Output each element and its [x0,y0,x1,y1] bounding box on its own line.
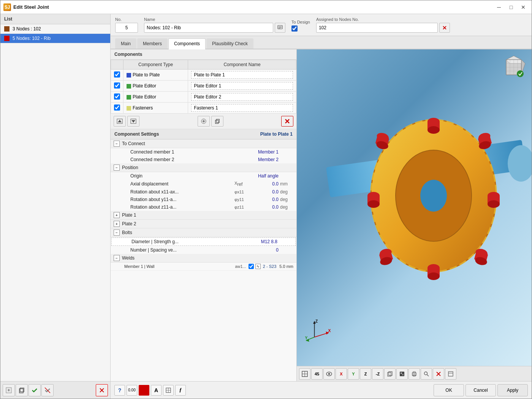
setting-origin[interactable]: Origin Half angle [111,172,296,180]
view-btn-x[interactable]: X [336,368,347,380]
svg-text:Z: Z [315,319,318,323]
grid-button[interactable] [163,385,174,396]
text-button[interactable]: A [151,385,162,396]
setting-rotation-y[interactable]: Rotation about y11-a... φy11 0.0 deg [111,196,296,203]
edit-name-button[interactable] [275,23,285,33]
svg-point-46 [420,180,447,212]
formula-button[interactable]: ƒ [175,385,186,396]
view-btn-negz[interactable]: -Z [372,368,383,380]
setting-rotation-x[interactable]: Rotation about x11-ax... φx11 0.0 deg [111,188,296,196]
app-icon: SJ [3,3,11,11]
move-up-button[interactable] [114,116,126,127]
minimize-button[interactable]: ─ [494,3,504,11]
list-item[interactable]: 3 Nodes : 102 [0,24,110,34]
assigned-input[interactable] [316,23,438,33]
move-down-button[interactable] [127,116,139,127]
view-btn-search[interactable] [421,368,432,380]
comp-name-cell-4 [188,103,296,114]
toggle-position[interactable]: − [114,165,120,171]
rotation-z-unit: deg [280,204,293,210]
titlebar: SJ Edit Steel Joint ─ □ ✕ [0,0,532,14]
tab-components[interactable]: Components [168,38,206,49]
group-plate2[interactable]: + Plate 2 [111,220,296,228]
view-btn-copy[interactable] [384,368,396,380]
weld-check[interactable] [249,264,254,269]
comp-color-2 [127,84,131,89]
component-row-2[interactable]: Plate Editor [111,81,296,92]
toggle-bolts[interactable]: − [114,230,120,236]
comp-check-2[interactable] [114,82,120,89]
comp-type-2: Plate Editor [124,81,188,92]
units-button[interactable]: 0.00 [127,385,137,396]
setting-diameter[interactable]: Diameter | Strength g... M12 8.8 [111,238,296,246]
view-btn-new[interactable] [445,368,456,380]
to-design-group: To Design [291,20,310,33]
view-btn-grid[interactable] [299,368,310,380]
list-header: List [0,14,110,24]
tab-main[interactable]: Main [115,38,136,49]
name-input[interactable] [144,23,273,33]
setting-number[interactable]: Number | Spacing ve... 0 [111,246,296,254]
component-row-1[interactable]: Plate to Plate [111,70,296,81]
group-plate1[interactable]: + Plate 1 [111,211,296,220]
view-btn-print[interactable] [408,368,420,380]
setting-connected-2[interactable]: Connected member 2 Member 2 [111,156,296,163]
view-btn-render[interactable] [396,368,408,380]
clear-assigned-button[interactable] [439,23,450,33]
comp-check-4[interactable] [114,104,120,111]
color-button[interactable] [139,385,149,396]
tab-plausibility[interactable]: Plausibility Check [206,38,253,49]
toggle-plate2[interactable]: + [114,221,120,227]
svg-point-50 [428,126,440,134]
view-btn-45[interactable]: 45 [311,368,323,380]
setting-axial-displacement[interactable]: Axial displacement Xref 0.0 mm [111,180,296,188]
group-bolts[interactable]: − Bolts [111,228,296,237]
comp-name-input-4[interactable] [191,104,293,112]
component-row-4[interactable]: Fasteners [111,103,296,114]
tab-members[interactable]: Members [137,38,168,49]
check-col-header [111,60,124,70]
setting-connected-1[interactable]: Connected member 1 Member 1 [111,148,296,156]
toggle-welds[interactable]: − [114,255,120,261]
item-color-1 [4,26,10,32]
ok-button[interactable]: OK [434,384,464,396]
item-color-2 [4,36,10,41]
left-panel-toolbar: + [0,381,110,399]
group-position[interactable]: − Position [111,163,296,172]
help-button[interactable]: ? [114,385,125,396]
copy-component-button[interactable] [211,116,223,127]
no-input[interactable] [115,23,138,33]
comp-name-input-3[interactable] [191,93,293,101]
comp-check-3[interactable] [114,93,120,100]
comp-name-input-2[interactable] [191,82,293,90]
add-component-button[interactable] [198,116,210,127]
setting-rotation-z[interactable]: Rotation about z11-a... φz11 0.0 deg [111,203,296,211]
group-welds[interactable]: − Welds [111,254,296,263]
component-row-3[interactable]: Plate Editor [111,92,296,103]
comp-check-1[interactable] [114,71,120,78]
number-value: 0 [250,247,280,253]
uncheck-button[interactable] [41,384,54,396]
close-button[interactable]: ✕ [518,3,529,11]
toggle-to-connect[interactable]: − [114,141,120,147]
name-group: Name [144,17,285,33]
add-joint-button[interactable]: + [3,384,15,396]
group-to-connect[interactable]: − To Connect [111,139,296,148]
list-item-selected[interactable]: 5 Nodes: 102 - Rib [0,34,110,43]
apply-button[interactable]: Apply [497,384,528,396]
view-btn-eye[interactable] [323,368,335,380]
view-btn-close-view[interactable] [433,368,444,380]
view-btn-z[interactable]: Z [360,368,371,380]
delete-component-button[interactable] [281,116,293,127]
maximize-button[interactable]: □ [506,3,516,11]
to-design-checkbox[interactable] [291,25,298,32]
view-btn-y[interactable]: Y [348,368,359,380]
cancel-button[interactable]: Cancel [466,384,496,396]
comp-name-input-1[interactable] [191,71,293,79]
copy-joint-button[interactable] [16,384,28,396]
diameter-label: Diameter | Strength g... [131,239,241,244]
delete-joint-button[interactable] [96,384,108,396]
toggle-plate1[interactable]: + [114,212,120,218]
weld-row-1[interactable]: Member 1 | Wall aw1... ∿ 2 - S23 5.0 mm [111,263,296,271]
check-button[interactable] [28,384,41,396]
